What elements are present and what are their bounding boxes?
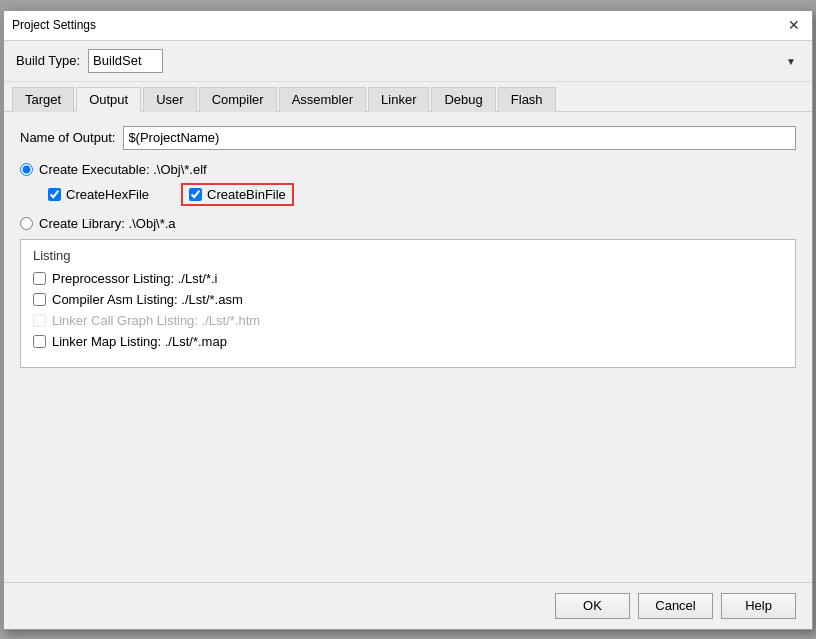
build-type-select[interactable]: BuildSet Debug Release — [88, 49, 163, 73]
name-of-output-label: Name of Output: — [20, 130, 115, 145]
output-checkboxes-row: CreateHexFile CreateBinFile — [20, 183, 796, 206]
build-type-select-wrapper: BuildSet Debug Release — [88, 49, 800, 73]
footer: OK Cancel Help — [4, 582, 812, 629]
project-settings-dialog: Project Settings ✕ Build Type: BuildSet … — [3, 10, 813, 630]
tab-target[interactable]: Target — [12, 87, 74, 112]
dialog-title: Project Settings — [12, 18, 96, 32]
create-bin-file-highlighted: CreateBinFile — [181, 183, 294, 206]
create-hex-file-label: CreateHexFile — [66, 187, 149, 202]
compiler-asm-listing-checkbox[interactable] — [33, 293, 46, 306]
create-hex-file-item: CreateHexFile — [48, 187, 149, 202]
create-library-label: Create Library: .\Obj\*.a — [39, 216, 176, 231]
listing-group-title: Listing — [33, 248, 783, 263]
cancel-button[interactable]: Cancel — [638, 593, 713, 619]
listing-item-linker-map: Linker Map Listing: ./Lst/*.map — [33, 334, 783, 349]
create-executable-label: Create Executable: .\Obj\*.elf — [39, 162, 207, 177]
create-library-row: Create Library: .\Obj\*.a — [20, 216, 796, 231]
create-executable-row: Create Executable: .\Obj\*.elf — [20, 162, 796, 177]
listing-item-compiler-asm: Compiler Asm Listing: ./Lst/*.asm — [33, 292, 783, 307]
compiler-asm-listing-label: Compiler Asm Listing: ./Lst/*.asm — [52, 292, 243, 307]
tab-compiler[interactable]: Compiler — [199, 87, 277, 112]
linker-call-graph-listing-checkbox[interactable] — [33, 314, 46, 327]
tab-debug[interactable]: Debug — [431, 87, 495, 112]
create-bin-file-label: CreateBinFile — [207, 187, 286, 202]
ok-button[interactable]: OK — [555, 593, 630, 619]
name-of-output-input[interactable] — [123, 126, 796, 150]
title-bar: Project Settings ✕ — [4, 11, 812, 41]
listing-group: Listing Preprocessor Listing: ./Lst/*.i … — [20, 239, 796, 368]
listing-item-preprocessor: Preprocessor Listing: ./Lst/*.i — [33, 271, 783, 286]
tab-assembler[interactable]: Assembler — [279, 87, 366, 112]
help-button[interactable]: Help — [721, 593, 796, 619]
preprocessor-listing-checkbox[interactable] — [33, 272, 46, 285]
linker-map-listing-checkbox[interactable] — [33, 335, 46, 348]
create-hex-file-checkbox[interactable] — [48, 188, 61, 201]
create-bin-file-checkbox[interactable] — [189, 188, 202, 201]
listing-item-linker-call-graph: Linker Call Graph Listing: ./Lst/*.htm — [33, 313, 783, 328]
create-library-radio[interactable] — [20, 217, 33, 230]
linker-map-listing-label: Linker Map Listing: ./Lst/*.map — [52, 334, 227, 349]
tabs-bar: Target Output User Compiler Assembler Li… — [4, 82, 812, 112]
name-of-output-row: Name of Output: — [20, 126, 796, 150]
build-type-label: Build Type: — [16, 53, 80, 68]
build-type-row: Build Type: BuildSet Debug Release — [4, 41, 812, 82]
tab-flash[interactable]: Flash — [498, 87, 556, 112]
linker-call-graph-listing-label: Linker Call Graph Listing: ./Lst/*.htm — [52, 313, 260, 328]
create-executable-radio[interactable] — [20, 163, 33, 176]
close-button[interactable]: ✕ — [784, 18, 804, 32]
preprocessor-listing-label: Preprocessor Listing: ./Lst/*.i — [52, 271, 217, 286]
tab-linker[interactable]: Linker — [368, 87, 429, 112]
tab-user[interactable]: User — [143, 87, 196, 112]
content-area: Name of Output: Create Executable: .\Obj… — [4, 112, 812, 582]
tab-output[interactable]: Output — [76, 87, 141, 112]
